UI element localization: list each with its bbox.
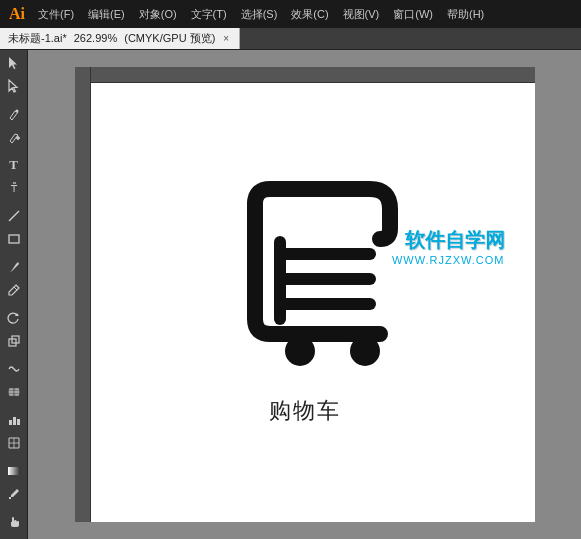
paintbrush-tool[interactable] xyxy=(2,256,26,278)
blend-tool[interactable] xyxy=(2,381,26,403)
line-tool[interactable] xyxy=(2,205,26,227)
cart-label: 购物车 xyxy=(269,396,341,426)
eyedropper-tool[interactable] xyxy=(2,483,26,505)
hand-tool[interactable] xyxy=(2,511,26,533)
zoom-tool[interactable] xyxy=(2,534,26,539)
svg-rect-17 xyxy=(13,417,16,425)
pencil-tool[interactable] xyxy=(2,279,26,301)
pen-tool[interactable] xyxy=(2,103,26,125)
svg-marker-1 xyxy=(9,80,17,92)
svg-point-28 xyxy=(285,336,315,366)
menu-select[interactable]: 选择(S) xyxy=(235,5,284,24)
warp-tool[interactable] xyxy=(2,358,26,380)
svg-rect-6 xyxy=(9,235,19,243)
type-tool[interactable]: T xyxy=(2,154,26,176)
toolbar: T T̃ xyxy=(0,50,28,539)
add-anchor-tool[interactable] xyxy=(2,126,26,148)
selection-tool[interactable] xyxy=(2,52,26,74)
active-tab[interactable]: 未标题-1.ai* 262.99% (CMYK/GPU 预览) × xyxy=(0,28,240,49)
canvas: 购物车 软件自学网 WWW.RJZXW.COM xyxy=(75,67,535,522)
gradient-tool[interactable] xyxy=(2,460,26,482)
menu-bar: 文件(F) 编辑(E) 对象(O) 文字(T) 选择(S) 效果(C) 视图(V… xyxy=(32,0,490,28)
ruler-left xyxy=(75,67,91,522)
tab-title: 未标题-1.ai* 262.99% (CMYK/GPU 预览) xyxy=(8,31,215,46)
menu-type[interactable]: 文字(T) xyxy=(185,5,233,24)
vertical-type-tool[interactable]: T̃ xyxy=(2,177,26,199)
svg-marker-0 xyxy=(9,57,17,69)
svg-rect-21 xyxy=(8,467,20,475)
svg-line-7 xyxy=(14,287,17,290)
ruler-top xyxy=(75,67,535,83)
svg-point-2 xyxy=(15,110,18,113)
tab-close-button[interactable]: × xyxy=(221,33,231,44)
menu-object[interactable]: 对象(O) xyxy=(133,5,183,24)
rectangle-tool[interactable] xyxy=(2,228,26,250)
cart-icon xyxy=(195,164,415,384)
svg-line-5 xyxy=(9,211,19,221)
cart-container: 购物车 xyxy=(195,164,415,426)
ai-logo: Ai xyxy=(6,4,28,24)
menu-help[interactable]: 帮助(H) xyxy=(441,5,490,24)
scale-tool[interactable] xyxy=(2,330,26,352)
svg-rect-18 xyxy=(17,419,20,425)
tab-bar: 未标题-1.ai* 262.99% (CMYK/GPU 预览) × xyxy=(0,28,581,50)
menu-file[interactable]: 文件(F) xyxy=(32,5,80,24)
menu-view[interactable]: 视图(V) xyxy=(337,5,386,24)
title-bar: Ai 文件(F) 编辑(E) 对象(O) 文字(T) 选择(S) 效果(C) 视… xyxy=(0,0,581,28)
mesh-tool[interactable] xyxy=(2,432,26,454)
menu-effect[interactable]: 效果(C) xyxy=(285,5,334,24)
svg-point-29 xyxy=(350,336,380,366)
canvas-area: 购物车 软件自学网 WWW.RJZXW.COM xyxy=(28,50,581,539)
svg-rect-16 xyxy=(9,420,12,425)
menu-window[interactable]: 窗口(W) xyxy=(387,5,439,24)
rotate-tool[interactable] xyxy=(2,307,26,329)
main-area: T T̃ xyxy=(0,50,581,539)
menu-edit[interactable]: 编辑(E) xyxy=(82,5,131,24)
column-graph-tool[interactable] xyxy=(2,409,26,431)
direct-selection-tool[interactable] xyxy=(2,75,26,97)
